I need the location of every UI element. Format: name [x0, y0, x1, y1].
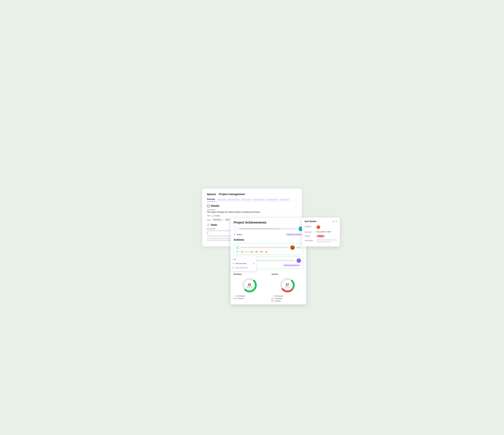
ctx-attach-icon: 📎 — [232, 267, 234, 269]
ctx-toolbar: + ☰ — [231, 258, 256, 261]
meetings-legend-finished: 11 Finished — [234, 298, 265, 299]
due-date-value: Sun, April 14, 2024 — [316, 231, 331, 233]
meta-hundred: 💯 2 — [255, 251, 259, 253]
assignee-avatar — [316, 225, 320, 229]
actions-center-label: 27 Actions — [285, 283, 290, 288]
think2-icon: 🤔 — [260, 251, 262, 253]
actions-col-title: Actions — [271, 273, 303, 275]
ctx-cursor-icon: ↖ — [253, 262, 255, 265]
breadcrumb-chevron: › — [217, 193, 218, 196]
actions-legend: 13 Incomplete 7 Completed 7 Overdue — [271, 295, 303, 302]
description-label: Description — [305, 239, 315, 242]
assignee-label: Assignee — [305, 225, 315, 227]
description-lines — [316, 239, 337, 242]
item-details-header: Item Details ⧉ ✕ — [305, 220, 337, 223]
smile-icon: 😊 — [265, 251, 267, 253]
ctx-plus-button[interactable]: + — [232, 258, 233, 260]
meta-smile: 😊 — [265, 251, 267, 253]
action-bar-1 — [240, 247, 289, 248]
desc-line-2 — [316, 241, 331, 242]
due-date-field: Due date Sun, April 14, 2024 — [305, 231, 337, 233]
item-details-card: Item Details ⧉ ✕ Assignee Due date Sun, … — [302, 217, 340, 247]
details-more-button[interactable]: ··· — [294, 205, 297, 207]
iadam-star-icon: ✦ — [234, 233, 236, 236]
tags-label: Tags: — [207, 219, 211, 221]
item-details-icons: ⧉ ✕ — [332, 220, 337, 223]
type-row: Type: 📋 Project — [207, 215, 297, 217]
info-icon: i — [207, 205, 210, 207]
meetings-legend: 11 Scheduled 11 Finished — [234, 295, 265, 299]
tag-executive[interactable]: Executive ✕ — [212, 218, 223, 221]
item-details-title: Item Details — [305, 220, 316, 223]
tag-executive-remove[interactable]: ✕ — [221, 219, 222, 221]
priority-field: Priority Urgent — [305, 235, 337, 237]
actions-col: Actions 27 — [268, 270, 306, 304]
link-icon: 🔗 — [236, 251, 238, 253]
meetings-donut-wrap: 22 Meetings 11 Scheduled 11 Fini — [234, 277, 265, 299]
meetings-sub: Meetings — [246, 286, 252, 288]
meta-tag: 🏷 2 — [246, 251, 249, 253]
meta-think2: 🤔 2 — [260, 251, 263, 253]
breadcrumb-page: Project management — [219, 193, 245, 196]
progress-fill — [239, 228, 279, 229]
meetings-donut: 22 Meetings — [242, 277, 257, 294]
expand-icon[interactable]: ⧉ — [332, 220, 334, 223]
avatar-purple — [297, 258, 301, 263]
tab-pill-2[interactable] — [228, 199, 240, 200]
meta-think: 🤔 2 — [250, 251, 254, 253]
progress-row — [234, 226, 303, 231]
progress-circle — [234, 227, 237, 231]
stats-sub-label: M — [207, 232, 208, 234]
action-card-1: ✓ 14 Apr 🔗 2 💬 2 — [234, 243, 303, 255]
progress-bar — [239, 228, 297, 229]
finished-dot — [234, 298, 235, 299]
realtime-chevron-icon: ▾ — [298, 264, 299, 266]
ctx-subaction-icon: ⊹ — [232, 262, 234, 265]
tab-pill-1[interactable] — [217, 199, 226, 200]
avatar-orange — [316, 225, 320, 229]
outer-card: Spaces › Project management Overview i D… — [202, 189, 302, 246]
relevant-badge[interactable]: Relevant content ▾ — [285, 233, 303, 236]
actions-donut-wrap: 27 Actions 13 Incomplete 7 Compl — [271, 277, 303, 302]
desc-label: Description: — [207, 209, 297, 211]
checkbox-1[interactable]: ✓ — [236, 246, 239, 249]
actions-legend-overdue: 7 Overdue — [271, 300, 303, 302]
avatar-brown — [290, 245, 295, 250]
breadcrumb: Spaces › Project management — [207, 193, 297, 196]
actions-title: Actions — [234, 238, 303, 242]
action-avatar-2 — [297, 258, 301, 263]
ctx-add-subaction[interactable]: ⊹ Add sub-action ↖ — [231, 261, 256, 266]
project-card-title: Project Achievements — [234, 221, 303, 224]
realtime-badge[interactable]: Real-time Actions ▾ — [283, 264, 301, 267]
floating-area: + ☰ ⊹ Add sub-action ↖ 📎 Add attachment … — [223, 217, 310, 305]
ctx-add-attachment[interactable]: 📎 Add attachment — [231, 266, 256, 270]
details-header: i Details ··· — [207, 204, 297, 207]
meta-link: 🔗 2 — [236, 251, 239, 253]
tag-icon: 🏷 — [246, 251, 247, 253]
priority-badge: Urgent — [316, 235, 325, 237]
overdue-dot — [271, 300, 273, 302]
meetings-center-label: 22 Meetings — [246, 283, 252, 288]
comment-icon: 💬 — [241, 251, 243, 253]
action-date-1: 14 Apr — [296, 247, 301, 249]
stats-bottom-row: Meetings 22 Meetings — [231, 270, 306, 304]
breadcrumb-spaces[interactable]: Spaces — [207, 193, 216, 196]
meetings-title: Meetings — [234, 273, 265, 275]
actions-legend-incomplete: 13 Incomplete — [271, 295, 303, 297]
tab-pill-3[interactable] — [241, 199, 252, 200]
tabs-bar: Overview — [207, 198, 297, 201]
tab-overview[interactable]: Overview — [207, 198, 215, 201]
actions-number: 27 — [285, 283, 290, 286]
meetings-legend-scheduled: 11 Scheduled — [234, 295, 265, 297]
actions-donut: 27 Actions — [279, 277, 295, 294]
close-icon[interactable]: ✕ — [335, 220, 337, 223]
tab-pill-4[interactable] — [253, 199, 265, 200]
ctx-lines-button[interactable]: ☰ — [234, 258, 236, 260]
action-meta-1: 🔗 2 💬 2 🏷 2 🤔 2 — [236, 251, 301, 253]
context-menu: + ☰ ⊹ Add sub-action ↖ 📎 Add attachment — [230, 256, 257, 271]
tab-pill-5[interactable] — [267, 199, 278, 200]
desc-line-1 — [316, 239, 337, 240]
actions-legend-completed: 7 Completed — [271, 298, 303, 299]
tab-pill-6[interactable] — [279, 199, 289, 200]
completed-dot — [271, 298, 273, 299]
